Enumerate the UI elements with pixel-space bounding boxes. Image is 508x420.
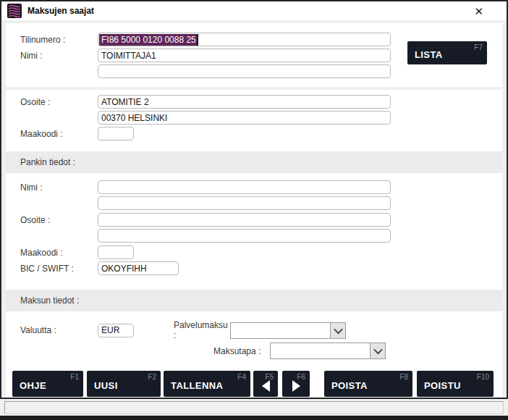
bank-osoite2-input[interactable] [98, 229, 391, 243]
bic-row: BIC / SWIFT : [6, 261, 502, 275]
palvelumaksu-select[interactable] [230, 322, 346, 339]
payment-section: Valuutta : Palvelumaksu : Maksutapa : [6, 311, 502, 367]
bank-nimi2-input[interactable] [98, 196, 391, 210]
maksujen-saajat-dialog: Maksujen saajat ✕ Tilinumero : FI86 5000… [0, 0, 508, 399]
nimi-input[interactable] [98, 49, 391, 62]
bank-nimi1-input[interactable] [98, 180, 391, 194]
bic-label: BIC / SWIFT : [20, 264, 98, 274]
title-bar: Maksujen saajat ✕ [1, 1, 507, 20]
osoite-row: Osoite : [6, 95, 502, 109]
bank-osoite1-input[interactable] [98, 213, 391, 227]
chevron-down-icon [373, 345, 383, 355]
close-icon[interactable]: ✕ [474, 6, 483, 17]
previous-fkey-label: F5 [265, 373, 274, 381]
ohje-fkey-label: F1 [70, 373, 79, 381]
lista-button-label: LISTA [415, 49, 443, 60]
nimi-label: Nimi : [20, 51, 98, 61]
dialog-body: Tilinumero : FI86 5000 0120 0088 25 Nimi… [1, 20, 507, 398]
recipient-section: Tilinumero : FI86 5000 0120 0088 25 Nimi… [6, 23, 502, 87]
ohje-button[interactable]: F1 OHJE [12, 371, 83, 397]
tilinumero-label: Tilinumero : [20, 35, 98, 45]
nimi2-row [6, 64, 502, 78]
lista-button[interactable]: F7 LISTA [407, 41, 487, 64]
maakoodi-row: Maakoodi : [6, 127, 502, 140]
poista-button-label: POISTA [331, 380, 368, 391]
osoite1-input[interactable] [98, 95, 391, 109]
tilinumero-input[interactable]: FI86 5000 0120 0088 25 [98, 33, 391, 46]
palvelumaksu-dropdown-button[interactable] [330, 323, 345, 338]
poistu-fkey-label: F10 [477, 373, 489, 381]
osoite2-input[interactable] [98, 111, 391, 125]
button-bar: F1 OHJE F2 UUSI F4 TALLENNA F5 F6 [6, 367, 502, 398]
status-message-area [4, 401, 504, 414]
bank-maakoodi-row: Maakoodi : [6, 245, 502, 259]
maksutapa-dropdown-button[interactable] [370, 343, 385, 358]
bank-nimi-row: Nimi : [6, 180, 502, 194]
arrow-right-icon [292, 380, 300, 392]
bank-section-header: Pankin tiedot : [6, 151, 502, 173]
maksutapa-value [271, 343, 370, 358]
recipient-address-section: Osoite : Maakoodi : [6, 90, 502, 151]
valuutta-label: Valuutta : [20, 325, 98, 335]
lista-fkey-label: F7 [474, 43, 483, 51]
nimi2-input[interactable] [98, 64, 391, 78]
uusi-button-label: UUSI [94, 380, 118, 391]
osoite2-row [6, 111, 502, 125]
poista-fkey-label: F8 [399, 373, 408, 381]
tallenna-button-label: TALLENNA [171, 380, 223, 391]
palvelumaksu-value [231, 323, 330, 338]
bank-nimi2-row [6, 196, 502, 210]
bank-maakoodi-label: Maakoodi : [20, 248, 98, 258]
valuutta-row: Valuutta : Palvelumaksu : [6, 320, 502, 340]
maksutapa-label: Maksutapa : [213, 346, 270, 356]
bank-nimi-label: Nimi : [20, 182, 98, 193]
app-logo-icon [7, 4, 22, 18]
tilinumero-selected-text: FI86 5000 0120 0088 25 [99, 34, 198, 46]
bank-osoite-label: Osoite : [20, 215, 98, 225]
arrow-left-icon [262, 380, 270, 392]
bank-section: Nimi : Osoite : Maakoodi : [6, 173, 502, 290]
bank-osoite-row: Osoite : [6, 213, 502, 227]
bic-input[interactable] [98, 261, 179, 275]
window-title: Maksujen saajat [27, 6, 94, 16]
poistu-button[interactable]: F10 POISTU [417, 371, 494, 397]
tallenna-button[interactable]: F4 TALLENNA [164, 371, 250, 397]
next-record-button[interactable]: F6 [282, 371, 310, 397]
palvelumaksu-label: Palvelumaksu : [174, 320, 230, 340]
bank-maakoodi-input[interactable] [98, 245, 134, 259]
poistu-button-label: POISTU [424, 380, 461, 391]
status-bar [0, 399, 508, 416]
ohje-button-label: OHJE [20, 380, 46, 391]
chevron-down-icon [334, 324, 343, 334]
maksutapa-row: Maksutapa : [6, 343, 502, 359]
maakoodi-input[interactable] [98, 127, 134, 140]
maakoodi-label: Maakoodi : [20, 129, 98, 139]
uusi-button[interactable]: F2 UUSI [87, 371, 161, 397]
maksutapa-select[interactable] [270, 343, 386, 359]
poista-button[interactable]: F8 POISTA [324, 371, 412, 397]
next-fkey-label: F6 [297, 373, 305, 381]
background-window-edge [0, 416, 508, 420]
osoite-label: Osoite : [20, 97, 98, 107]
tallenna-fkey-label: F4 [237, 373, 246, 381]
bank-osoite2-row [6, 229, 502, 243]
payment-section-header: Maksun tiedot : [6, 290, 502, 311]
screen: Maksujen saajat ✕ Tilinumero : FI86 5000… [0, 0, 508, 420]
previous-record-button[interactable]: F5 [253, 371, 278, 397]
uusi-fkey-label: F2 [148, 373, 156, 381]
valuutta-input[interactable] [98, 324, 134, 337]
